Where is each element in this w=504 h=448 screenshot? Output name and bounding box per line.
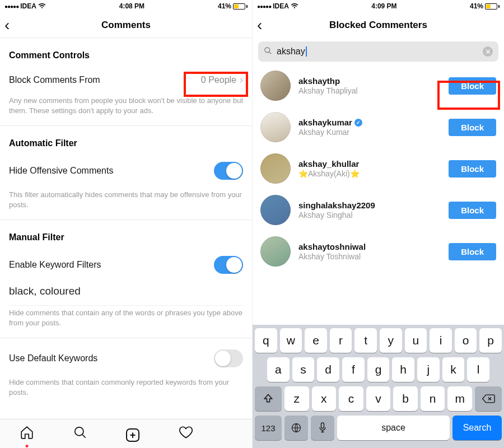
username: akshaytoshniwal: [298, 242, 441, 251]
user-row[interactable]: akshaythpAkshay ThapliyalBlock: [253, 65, 504, 106]
tab-home[interactable]: [20, 425, 34, 443]
space-key[interactable]: space: [337, 416, 450, 440]
block-button[interactable]: Block: [449, 119, 496, 136]
block-comments-from-row[interactable]: Block Comments From 0 People ›: [0, 66, 252, 94]
block-comments-label: Block Comments From: [9, 75, 100, 85]
keyboard: qwertyuiop asdfghjkl zxcvbnm 123 space S…: [253, 325, 504, 448]
key-b[interactable]: b: [393, 386, 418, 411]
user-row[interactable]: akshay_khullar⭐️Akshay(Aki)⭐️Block: [253, 148, 504, 189]
key-d[interactable]: d: [317, 357, 339, 382]
search-bar[interactable]: akshay ✕: [258, 41, 498, 62]
key-w[interactable]: w: [280, 328, 302, 353]
battery-pct: 41%: [218, 2, 231, 10]
signal-dots-icon: ●●●●●: [257, 3, 271, 10]
display-name: Akshay Singhal: [298, 211, 441, 220]
user-info: singhalakshay2209Akshay Singhal: [298, 200, 441, 220]
section-comment-controls-head: Comment Controls: [0, 38, 252, 66]
notification-dot-icon: [25, 445, 28, 447]
key-m[interactable]: m: [447, 386, 472, 411]
default-keywords-row: Use Default Keywords: [0, 338, 252, 375]
keyword-input[interactable]: black, coloured: [0, 282, 252, 302]
section-automatic-filter-head: Automatic Filter: [0, 126, 252, 154]
key-e[interactable]: e: [305, 328, 327, 353]
key-g[interactable]: g: [367, 357, 390, 382]
globe-key[interactable]: [284, 416, 308, 440]
chevron-right-icon: ›: [240, 74, 243, 86]
user-row[interactable]: singhalakshay2209Akshay SinghalBlock: [253, 189, 504, 231]
key-j[interactable]: j: [417, 357, 440, 382]
block-comments-value: 0 People: [201, 75, 236, 85]
search-input[interactable]: akshay: [277, 46, 478, 57]
key-f[interactable]: f: [342, 357, 365, 382]
block-button[interactable]: Block: [449, 160, 496, 178]
battery-icon: [485, 3, 500, 10]
block-button[interactable]: Block: [449, 77, 496, 95]
key-k[interactable]: k: [442, 357, 465, 382]
status-time: 4:08 PM: [119, 2, 144, 10]
svg-rect-3: [321, 423, 324, 428]
screen-blocked-commenters: ●●●●● IDEA 4:09 PM 41% ‹ Blocked Comment…: [252, 0, 504, 448]
key-z[interactable]: z: [284, 386, 309, 411]
shift-key[interactable]: [255, 386, 282, 411]
hide-offensive-label: Hide Offensive Comments: [9, 166, 113, 176]
user-info: akshaykumar✓Akshay Kumar: [298, 118, 441, 137]
hide-offensive-toggle[interactable]: [214, 162, 243, 180]
block-button[interactable]: Block: [449, 202, 496, 219]
enable-keyword-row: Enable Keyword Filters: [0, 248, 252, 282]
key-h[interactable]: h: [392, 357, 414, 382]
wifi-icon: [38, 3, 46, 9]
key-x[interactable]: x: [312, 386, 337, 411]
backspace-key[interactable]: [475, 386, 502, 411]
user-row[interactable]: akshaytoshniwalAkshay ToshniwalBlock: [253, 231, 504, 272]
nav-title: Blocked Commenters: [329, 20, 427, 31]
key-r[interactable]: r: [330, 328, 352, 353]
key-q[interactable]: q: [255, 328, 277, 353]
nav-bar: ‹ Comments: [0, 12, 252, 38]
tab-add-post[interactable]: +: [126, 426, 139, 442]
user-row[interactable]: akshaykumar✓Akshay KumarBlock: [253, 106, 504, 148]
user-list: akshaythpAkshay ThapliyalBlockakshaykuma…: [253, 65, 504, 272]
default-keywords-desc: Hide comments that contain commonly repo…: [0, 375, 252, 407]
avatar: [260, 195, 291, 225]
key-v[interactable]: v: [366, 386, 391, 411]
tab-activity[interactable]: [178, 425, 194, 443]
wifi-icon: [291, 3, 298, 9]
block-button[interactable]: Block: [449, 243, 496, 260]
numeric-key[interactable]: 123: [255, 416, 282, 440]
carrier-label: IDEA: [20, 2, 36, 10]
avatar: [260, 153, 291, 184]
enable-keyword-toggle[interactable]: [214, 256, 243, 274]
display-name: ⭐️Akshay(Aki)⭐️: [298, 169, 441, 178]
key-o[interactable]: o: [455, 328, 477, 353]
tab-search[interactable]: [73, 425, 87, 443]
key-i[interactable]: i: [430, 328, 452, 353]
signal-dots-icon: ●●●●●: [4, 3, 18, 10]
verified-badge-icon: ✓: [354, 119, 362, 127]
text-cursor-icon: [306, 46, 307, 57]
key-l[interactable]: l: [467, 357, 489, 382]
default-keywords-label: Use Default Keywords: [9, 353, 97, 363]
carrier-label: IDEA: [273, 2, 289, 10]
back-button[interactable]: ‹: [4, 17, 10, 33]
display-name: Akshay Thapliyal: [298, 86, 441, 95]
avatar: [260, 112, 291, 142]
username: akshaythp: [298, 76, 441, 86]
key-p[interactable]: p: [479, 328, 502, 353]
svg-point-0: [75, 427, 83, 435]
key-a[interactable]: a: [267, 357, 290, 382]
back-button[interactable]: ‹: [257, 17, 262, 33]
key-y[interactable]: y: [380, 328, 402, 353]
status-bar: ●●●●● IDEA 4:08 PM 41%: [0, 0, 252, 12]
key-u[interactable]: u: [405, 328, 427, 353]
key-c[interactable]: c: [339, 386, 363, 411]
default-keywords-toggle[interactable]: [214, 349, 243, 367]
key-s[interactable]: s: [292, 357, 315, 382]
avatar: [260, 236, 291, 267]
dictation-key[interactable]: [311, 416, 334, 440]
key-n[interactable]: n: [421, 386, 445, 411]
search-key[interactable]: Search: [452, 416, 502, 440]
battery-icon: [233, 3, 248, 10]
clear-search-button[interactable]: ✕: [483, 46, 493, 57]
key-t[interactable]: t: [354, 328, 377, 353]
username: singhalakshay2209: [298, 200, 441, 210]
